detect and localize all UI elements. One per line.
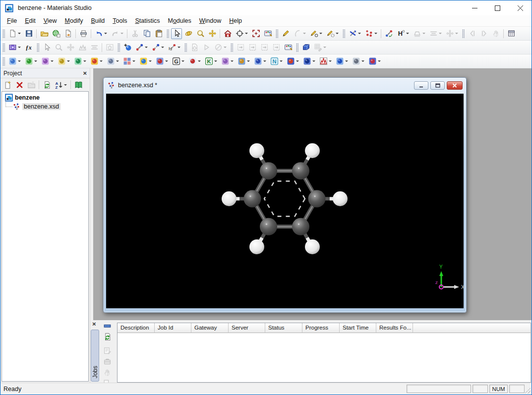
dropdown-arrow[interactable] [50, 56, 54, 66]
dropdown-arrow[interactable] [244, 29, 248, 39]
module-gaussian-button[interactable]: G [171, 56, 186, 67]
module-mesocite-button[interactable] [220, 56, 235, 67]
module-synthia-button[interactable] [351, 56, 366, 67]
module-nmr-button[interactable]: N [269, 56, 284, 67]
module-kinetix-button[interactable]: K [203, 56, 219, 67]
sketch-button[interactable] [280, 28, 291, 39]
copy-button[interactable] [141, 28, 152, 39]
dropdown-arrow[interactable] [103, 29, 108, 39]
dropdown-arrow[interactable] [177, 43, 181, 53]
rotate-view-button[interactable] [183, 28, 194, 39]
dropdown-arrow[interactable] [99, 56, 103, 66]
add-atoms-button[interactable] [363, 28, 379, 39]
document-title-bar[interactable]: benzene.xsd * [104, 78, 466, 93]
refresh-jobs-button[interactable] [102, 332, 113, 341]
reset-view-button[interactable] [222, 28, 233, 39]
open-button[interactable] [39, 28, 50, 39]
module-mesodyn-button[interactable] [236, 56, 251, 67]
menu-view[interactable]: View [40, 16, 61, 26]
single-bond-button[interactable] [134, 42, 149, 53]
dropdown-arrow[interactable] [230, 56, 234, 66]
close-button[interactable] [509, 0, 532, 15]
import-button[interactable] [51, 28, 61, 39]
menu-edit[interactable]: Edit [21, 16, 40, 26]
select-arrow-button[interactable] [171, 28, 182, 39]
dropdown-arrow[interactable] [405, 29, 410, 39]
module-reflex-button[interactable] [318, 56, 333, 67]
document-minimize-button[interactable] [414, 81, 428, 90]
toolbar-grip[interactable] [37, 43, 39, 52]
dropdown-arrow[interactable] [131, 56, 136, 66]
dropdown-arrow[interactable] [360, 56, 365, 66]
dropdown-arrow[interactable] [33, 56, 38, 66]
sort-button[interactable]: AZ [53, 79, 68, 90]
module-castep-button[interactable] [23, 56, 39, 67]
dropdown-arrow[interactable] [160, 43, 165, 53]
jobs-tab[interactable]: Jobs [91, 330, 99, 382]
menu-help[interactable]: Help [225, 16, 246, 26]
menu-file[interactable]: File [3, 16, 21, 26]
document-restore-button[interactable] [430, 81, 445, 90]
toolbar-grip[interactable] [184, 43, 187, 52]
toolbar-grip[interactable] [118, 43, 120, 52]
menu-window[interactable]: Window [195, 16, 225, 26]
paste-button[interactable] [153, 28, 164, 39]
module-amorphous-cell-button[interactable] [7, 56, 22, 67]
column-header-start-time[interactable]: Start Time [340, 323, 376, 333]
module-dftb-plus-button[interactable] [121, 56, 137, 67]
document-close-button[interactable] [447, 81, 463, 90]
module-conformers-button[interactable] [40, 56, 55, 67]
modify-bond-button[interactable] [347, 28, 362, 39]
dropdown-arrow[interactable] [148, 56, 152, 66]
menu-build[interactable]: Build [87, 16, 109, 26]
dropdown-arrow[interactable] [377, 56, 381, 66]
module-kinetics-button[interactable] [187, 56, 202, 67]
dropdown-arrow[interactable] [144, 43, 148, 53]
toolbar-grip[interactable] [2, 57, 5, 66]
dropdown-arrow[interactable] [357, 29, 361, 39]
save-button[interactable] [23, 28, 34, 39]
adjust-hydrogen-button[interactable]: H [395, 28, 411, 39]
zoom-view-button[interactable] [195, 28, 206, 39]
dropdown-arrow[interactable] [246, 56, 250, 66]
module-morphology-button[interactable] [252, 56, 268, 67]
menu-statistics[interactable]: Statistics [131, 16, 164, 26]
menu-modify[interactable]: Modify [61, 16, 87, 26]
dropdown-arrow[interactable] [197, 56, 201, 66]
new-item-button[interactable] [2, 79, 13, 90]
add-hydrogen-button[interactable]: H [167, 42, 182, 53]
print-button[interactable] [78, 28, 89, 39]
dropdown-arrow[interactable] [344, 56, 349, 66]
tree-item-benzene[interactable]: benzene [2, 93, 88, 102]
module-blends-button[interactable] [72, 56, 88, 67]
column-header-status[interactable]: Status [265, 323, 302, 333]
3d-viewport[interactable]: YXZ [106, 94, 464, 308]
dropdown-arrow[interactable] [335, 29, 339, 39]
dropdown-arrow[interactable] [63, 80, 67, 90]
dropdown-arrow[interactable] [180, 56, 185, 66]
column-header-description[interactable]: Description [118, 323, 155, 333]
rebond-button[interactable] [383, 28, 394, 39]
toolbar-grip[interactable] [167, 29, 169, 38]
partial-bond-button[interactable] [150, 42, 166, 53]
column-header-job-id[interactable]: Job Id [155, 323, 191, 333]
dropdown-arrow[interactable] [295, 56, 299, 66]
view-onto-button[interactable] [234, 28, 249, 39]
delete-button[interactable] [14, 79, 25, 90]
data-table-button[interactable] [506, 28, 517, 39]
project-panel-close-button[interactable]: × [83, 70, 87, 76]
dropdown-arrow[interactable] [17, 43, 21, 53]
maximize-button[interactable] [486, 0, 509, 15]
menu-modules[interactable]: Modules [164, 16, 195, 26]
module-dmol3-button[interactable] [89, 56, 104, 67]
help-library-button[interactable] [73, 79, 84, 90]
dropdown-arrow[interactable] [82, 56, 87, 66]
export-button[interactable] [62, 28, 73, 39]
dropdown-arrow[interactable] [318, 29, 323, 39]
toolbar-grip[interactable] [231, 43, 233, 52]
toolbar-grip[interactable] [276, 29, 278, 38]
display-style-button[interactable] [262, 28, 273, 39]
translate-view-button[interactable] [207, 28, 218, 39]
undo-button[interactable] [93, 28, 109, 39]
refresh-button[interactable] [41, 79, 52, 90]
